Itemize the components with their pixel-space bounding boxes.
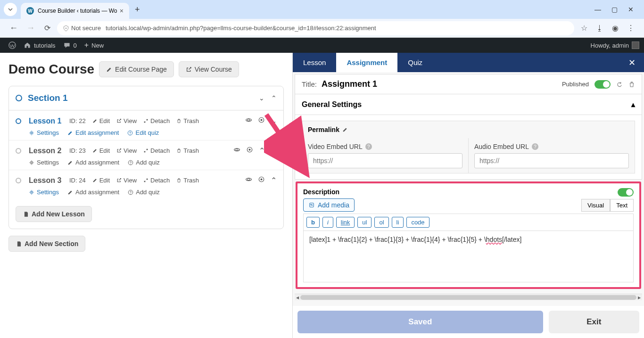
window-minimize-icon[interactable]: — — [594, 6, 601, 13]
section-header[interactable]: Section 1 ⌄ ⌃ — [9, 86, 283, 110]
saved-button[interactable]: Saved — [297, 311, 543, 333]
lesson-assignment-link[interactable]: Add assignment — [67, 189, 119, 196]
reload-icon[interactable]: ⟳ — [44, 24, 50, 33]
lesson-view-link[interactable]: View — [116, 177, 137, 184]
chevron-down-icon[interactable]: ⌄ — [259, 94, 264, 102]
chevron-up-icon[interactable]: ⌃ — [259, 146, 265, 155]
nav-forward-icon: → — [26, 23, 35, 33]
address-bar[interactable]: Not secure tutorials.local/wp-admin/admi… — [57, 21, 574, 35]
target-icon[interactable] — [258, 116, 265, 125]
lesson-assignment-link[interactable]: Add assignment — [67, 159, 119, 166]
general-settings-header[interactable]: General Settings ▴ — [295, 94, 642, 115]
description-toggle[interactable] — [618, 188, 634, 197]
exit-button[interactable]: Exit — [549, 311, 639, 333]
audio-url-input[interactable] — [474, 153, 629, 168]
lesson-title[interactable]: Lesson 1 — [29, 117, 63, 125]
lesson-trash-link[interactable]: Trash — [176, 117, 199, 124]
chevron-up-icon[interactable]: ⌃ — [271, 94, 277, 102]
lesson-edit-link[interactable]: Edit — [92, 117, 110, 124]
chevron-down-icon[interactable]: ⌄ — [271, 116, 277, 125]
chevron-up-icon[interactable]: ⌃ — [271, 176, 277, 185]
lesson-view-link[interactable]: View — [116, 117, 137, 124]
lesson-quiz-link[interactable]: Add quiz — [128, 159, 160, 166]
target-icon[interactable] — [246, 146, 253, 155]
view-course-button[interactable]: View Course — [179, 61, 239, 77]
lesson-trash-link[interactable]: Trash — [176, 177, 199, 184]
code-button[interactable]: code — [406, 217, 429, 228]
lesson-settings-link[interactable]: Settings — [29, 129, 59, 136]
lesson-title[interactable]: Lesson 3 — [29, 176, 63, 185]
lesson-edit-link[interactable]: Edit — [92, 147, 110, 154]
published-label: Published — [562, 81, 589, 88]
eye-icon[interactable] — [233, 146, 240, 155]
lesson-handle-icon[interactable] — [16, 148, 21, 154]
extension-icon[interactable]: ◉ — [612, 24, 619, 33]
nav-back-icon[interactable]: ← — [9, 23, 18, 33]
eye-icon[interactable] — [245, 116, 252, 125]
lesson-view-link[interactable]: View — [116, 147, 137, 154]
lesson-settings-link[interactable]: Settings — [29, 159, 59, 166]
svg-point-4 — [261, 119, 262, 121]
lesson-title[interactable]: Lesson 2 — [29, 147, 63, 155]
tab-assignment[interactable]: Assignment — [336, 53, 397, 72]
section-handle-icon[interactable] — [16, 95, 22, 101]
tab-search-icon[interactable] — [4, 3, 17, 16]
panel-close-icon[interactable]: ✕ — [620, 58, 644, 68]
site-link[interactable]: tutorials — [20, 38, 59, 53]
lesson-quiz-link[interactable]: Edit quiz — [127, 129, 159, 136]
visual-tab[interactable]: Visual — [581, 199, 610, 212]
help-icon[interactable]: ? — [532, 143, 538, 150]
lesson-assignment-link[interactable]: Edit assignment — [67, 129, 119, 136]
description-box: Description Add media Visual Text b i li… — [296, 181, 641, 289]
permalink-row[interactable]: Permalink — [302, 121, 635, 138]
bold-button[interactable]: b — [306, 217, 320, 228]
new-link[interactable]: +New — [81, 38, 107, 53]
security-indicator[interactable]: Not secure — [63, 25, 101, 32]
editor-textarea[interactable]: [latex]1 + \frac{1}{2} + \frac{1}{3} + \… — [303, 231, 634, 282]
user-menu[interactable]: Howdy, admin — [591, 41, 639, 49]
ol-button[interactable]: ol — [374, 217, 388, 228]
ul-button[interactable]: ul — [357, 217, 372, 228]
comments-link[interactable]: 0 — [59, 38, 81, 53]
lesson-detach-link[interactable]: Detach — [143, 147, 170, 154]
tab-lesson[interactable]: Lesson — [293, 53, 336, 72]
lesson-quiz-link[interactable]: Add quiz — [128, 189, 160, 196]
wp-logo-icon[interactable] — [5, 38, 20, 53]
edit-course-page-button[interactable]: Edit Course Page — [99, 61, 174, 77]
eye-icon[interactable] — [245, 176, 252, 185]
bookmark-icon[interactable]: ☆ — [581, 24, 587, 33]
window-maximize-icon[interactable]: ▢ — [611, 6, 618, 13]
downloads-icon[interactable]: ⭳ — [596, 24, 603, 33]
link-button[interactable]: link — [336, 217, 355, 228]
sync-icon[interactable] — [616, 81, 623, 88]
tab-quiz[interactable]: Quiz — [397, 53, 433, 72]
add-lesson-button[interactable]: Add New Lesson — [16, 206, 92, 222]
published-toggle[interactable] — [594, 80, 611, 89]
add-media-button[interactable]: Add media — [303, 198, 355, 212]
text-tab[interactable]: Text — [610, 199, 634, 212]
lesson-settings-link[interactable]: Settings — [29, 189, 59, 196]
lesson-detach-link[interactable]: Detach — [143, 177, 170, 184]
new-tab-button[interactable]: + — [135, 5, 140, 15]
assignment-title[interactable]: Assignment 1 — [322, 79, 377, 89]
lesson-handle-icon[interactable] — [16, 178, 21, 183]
lesson-handle-icon[interactable] — [16, 118, 21, 124]
browser-tab[interactable]: W Course Builder ‹ tutorials — Wo × — [21, 3, 129, 19]
lesson-trash-link[interactable]: Trash — [176, 147, 199, 154]
video-url-input[interactable] — [308, 153, 462, 168]
help-icon[interactable]: ? — [365, 143, 372, 150]
tab-close-icon[interactable]: × — [120, 7, 124, 15]
menu-icon[interactable]: ⋮ — [627, 24, 635, 33]
trash-icon[interactable] — [628, 81, 635, 88]
svg-point-17 — [31, 191, 33, 193]
horizontal-scrollbar[interactable]: ◀▶ — [295, 294, 642, 300]
italic-button[interactable]: i — [322, 217, 333, 228]
li-button[interactable]: li — [392, 217, 404, 228]
chevron-down-icon[interactable]: ⌄ — [271, 146, 277, 155]
lesson-item: Lesson 1 ID: 22 Edit View Detach Trash ⌄… — [9, 110, 283, 140]
lesson-edit-link[interactable]: Edit — [92, 177, 110, 184]
add-section-button[interactable]: Add New Section — [8, 236, 85, 252]
lesson-detach-link[interactable]: Detach — [143, 117, 170, 124]
window-close-icon[interactable]: ✕ — [628, 6, 634, 13]
target-icon[interactable] — [258, 176, 265, 185]
